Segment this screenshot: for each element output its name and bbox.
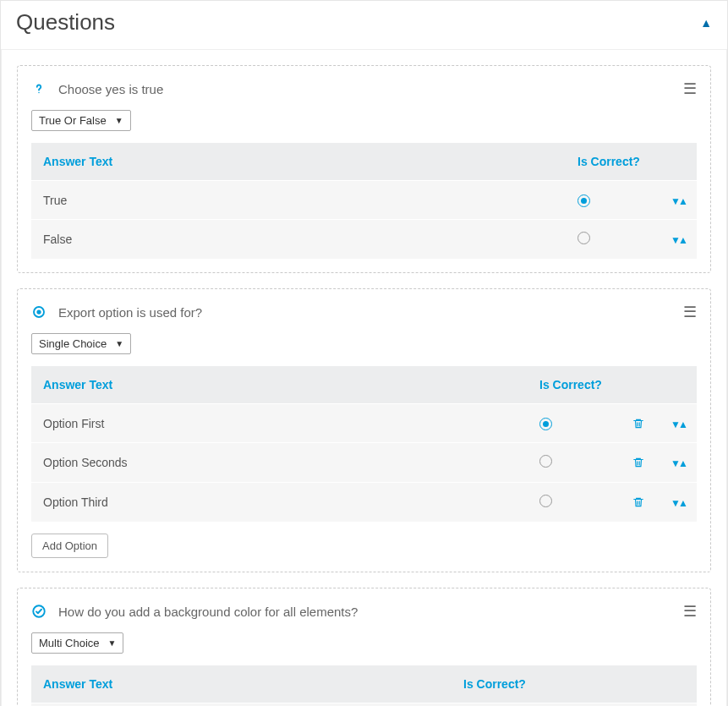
chevron-down-icon: ▼ xyxy=(115,116,123,125)
panel-body: Choose yes is true ☰ True Or False ▼ Ans… xyxy=(1,50,727,706)
question-card: Choose yes is true ☰ True Or False ▼ Ans… xyxy=(17,65,711,273)
select-value: Multi Choice xyxy=(39,637,100,649)
answer-row: False ▼▲ xyxy=(31,220,697,260)
answer-row: Option First ✓ ▼▲ xyxy=(31,703,697,707)
answer-text: Option First xyxy=(31,703,452,707)
col-is-correct: Is Correct? xyxy=(566,143,659,181)
answer-row: Option Seconds ▼▲ xyxy=(31,443,697,483)
add-option-button[interactable]: Add Option xyxy=(31,534,108,558)
question-mark-icon xyxy=(31,81,47,96)
question-type-select[interactable]: Multi Choice ▼ xyxy=(31,632,123,654)
sort-handle-icon[interactable]: ▼▲ xyxy=(671,457,686,469)
radio-icon xyxy=(31,304,47,320)
answer-text: Option First xyxy=(31,404,528,443)
question-title: Choose yes is true xyxy=(58,82,163,96)
correct-radio[interactable] xyxy=(577,194,590,207)
hamburger-icon[interactable]: ☰ xyxy=(683,303,697,321)
col-is-correct: Is Correct? xyxy=(452,665,545,703)
panel-title: Questions xyxy=(16,9,115,36)
chevron-down-icon: ▼ xyxy=(108,638,117,648)
question-type-select[interactable]: True Or False ▼ xyxy=(31,110,131,131)
question-card: Export option is used for? ☰ Single Choi… xyxy=(17,288,711,572)
correct-radio[interactable] xyxy=(539,418,552,430)
select-value: True Or False xyxy=(39,114,107,127)
col-answer-text: Answer Text xyxy=(31,143,566,181)
trash-icon[interactable] xyxy=(632,496,647,508)
answer-row: Option Third ▼▲ xyxy=(31,483,697,523)
sort-handle-icon[interactable]: ▼▲ xyxy=(671,234,686,246)
answers-table: Answer Text Is Correct? Option First ✓ ▼… xyxy=(31,665,697,706)
correct-radio[interactable] xyxy=(577,232,590,244)
answer-text: Option Third xyxy=(31,483,528,523)
col-delete xyxy=(621,366,659,404)
panel-header: Questions ▲ xyxy=(1,1,727,50)
question-card: How do you add a background color for al… xyxy=(17,588,711,706)
chevron-down-icon: ▼ xyxy=(115,339,123,348)
questions-panel: Questions ▲ Choose yes is true ☰ True Or… xyxy=(0,0,728,706)
collapse-toggle[interactable]: ▲ xyxy=(700,16,712,30)
svg-point-2 xyxy=(36,309,41,314)
col-answer-text: Answer Text xyxy=(31,665,452,703)
col-sort xyxy=(659,366,697,404)
hamburger-icon[interactable]: ☰ xyxy=(683,602,697,621)
answers-table: Answer Text Is Correct? True ▼▲ False ▼ xyxy=(31,143,697,259)
trash-icon[interactable] xyxy=(632,418,647,430)
sort-handle-icon[interactable]: ▼▲ xyxy=(671,195,686,207)
select-value: Single Choice xyxy=(39,337,107,350)
answer-text: False xyxy=(31,220,566,260)
question-title: How do you add a background color for al… xyxy=(58,605,358,619)
answer-row: True ▼▲ xyxy=(31,181,697,220)
answers-table: Answer Text Is Correct? Option First ▼▲ xyxy=(31,366,697,522)
answer-row: Option First ▼▲ xyxy=(31,404,697,443)
correct-radio[interactable] xyxy=(539,455,552,468)
check-circle-icon xyxy=(31,604,47,619)
question-title: Export option is used for? xyxy=(58,305,202,320)
col-sort xyxy=(621,665,697,703)
trash-icon[interactable] xyxy=(632,457,647,468)
svg-point-0 xyxy=(38,92,40,94)
answer-text: Option Seconds xyxy=(31,443,528,483)
hamburger-icon[interactable]: ☰ xyxy=(683,79,697,98)
col-sort xyxy=(659,143,697,181)
correct-radio[interactable] xyxy=(539,495,552,507)
col-is-correct: Is Correct? xyxy=(528,366,621,404)
sort-handle-icon[interactable]: ▼▲ xyxy=(671,497,686,509)
sort-handle-icon[interactable]: ▼▲ xyxy=(671,419,686,430)
question-type-select[interactable]: Single Choice ▼ xyxy=(31,333,131,354)
col-answer-text: Answer Text xyxy=(31,366,528,404)
col-delete xyxy=(545,665,621,703)
answer-text: True xyxy=(31,181,566,220)
